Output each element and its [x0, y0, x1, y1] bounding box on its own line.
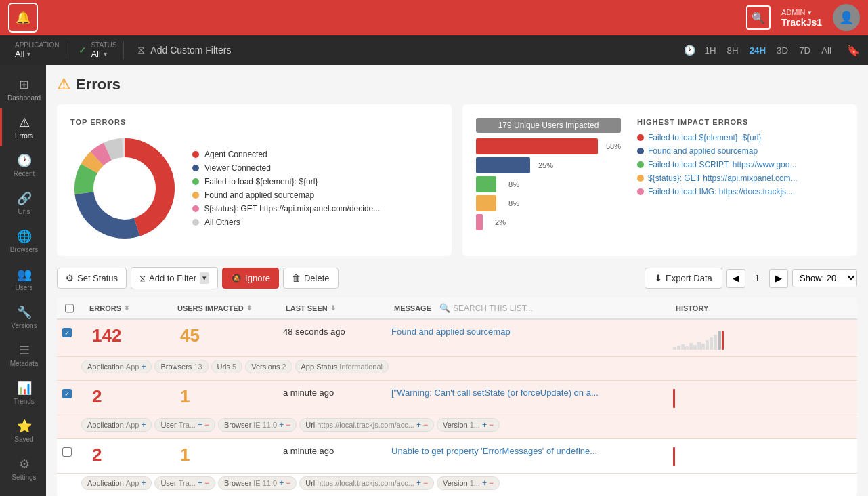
sidebar-item-recent[interactable]: 🕐 Recent: [0, 146, 46, 184]
time-7d[interactable]: 7D: [795, 43, 815, 58]
highest-dot: [637, 188, 644, 195]
users-count: 1: [175, 446, 272, 463]
tag-remove[interactable]: −: [204, 420, 209, 430]
sidebar-item-errors[interactable]: ⚠ Errors: [0, 108, 46, 146]
tag-remove[interactable]: −: [423, 420, 428, 430]
application-filter[interactable]: APPLICATION All ▾: [8, 41, 66, 59]
row-checkbox[interactable]: ✓: [62, 328, 72, 337]
highest-item[interactable]: ${status}: GET https://api.mixpanel.com.…: [637, 173, 844, 183]
search-message-icon[interactable]: 🔍: [439, 303, 450, 313]
sidebar-item-label: Users: [15, 284, 32, 291]
tag-remove[interactable]: −: [204, 478, 209, 488]
application-value[interactable]: All ▾: [15, 49, 59, 59]
highest-item[interactable]: Failed to load SCRIPT: https://www.goo..…: [637, 160, 844, 169]
sidebar-item-saved[interactable]: ⭐ Saved: [0, 412, 46, 450]
tag-add[interactable]: +: [198, 420, 202, 430]
tag-add[interactable]: +: [416, 420, 421, 430]
main-layout: ⊞ Dashboard ⚠ Errors 🕐 Recent 🔗 Urls 🌐 B…: [0, 65, 868, 496]
legend-item[interactable]: Viewer Connected: [192, 163, 380, 173]
tag-remove[interactable]: −: [286, 420, 290, 430]
sidebar-item-browsers[interactable]: 🌐 Browsers: [0, 222, 46, 260]
mini-bar-red: [722, 331, 724, 350]
top-errors-card: TOP ERRORS: [57, 104, 452, 256]
ignore-button[interactable]: 🔕 Ignore: [222, 268, 279, 289]
tag-add[interactable]: +: [279, 420, 284, 430]
sort-lastseen-icon[interactable]: ⬇: [330, 304, 336, 312]
error-message-link[interactable]: ["Warning: Can't call setState (or force…: [391, 388, 599, 398]
tag-add[interactable]: +: [141, 362, 146, 371]
prev-page-button[interactable]: ◀: [726, 269, 745, 288]
mini-bar: [673, 347, 676, 350]
sidebar-item-urls[interactable]: 🔗 Urls: [0, 184, 46, 222]
highest-impact-section: HIGHEST IMPACT ERRORS Failed to load ${e…: [637, 118, 844, 243]
status-value[interactable]: All ▾: [91, 49, 116, 59]
sidebar-item-label: Browsers: [10, 246, 39, 253]
sort-errors-icon[interactable]: ⬍: [124, 304, 129, 312]
tag-add[interactable]: +: [482, 478, 487, 488]
sidebar-item-users[interactable]: 👥 Users: [0, 260, 46, 298]
error-message-link[interactable]: Unable to get property 'ErrorMessages' o…: [391, 446, 597, 456]
time-3d[interactable]: 3D: [773, 43, 792, 58]
tag-add[interactable]: +: [198, 478, 202, 488]
impact-pct: 8%: [499, 199, 519, 207]
search-button[interactable]: 🔍: [746, 5, 771, 30]
delete-button[interactable]: 🗑 Delete: [283, 268, 339, 289]
sidebar: ⊞ Dashboard ⚠ Errors 🕐 Recent 🔗 Urls 🌐 B…: [0, 65, 46, 496]
time-all[interactable]: All: [817, 43, 836, 58]
legend-item[interactable]: Agent Connected: [192, 150, 380, 159]
legend-item[interactable]: Found and applied sourcemap: [192, 190, 380, 200]
tag-remove[interactable]: −: [423, 478, 428, 488]
highest-dot: [637, 175, 644, 182]
sort-users-icon[interactable]: ⬍: [246, 304, 252, 312]
impact-bar: [476, 195, 496, 211]
row-checkbox[interactable]: ✓: [62, 389, 72, 398]
legend-item[interactable]: Failed to load ${element}: ${url}: [192, 177, 380, 186]
time-24h[interactable]: 24H: [745, 43, 770, 58]
sidebar-item-metadata[interactable]: ☰ Metadata: [0, 336, 46, 374]
tag-add[interactable]: +: [482, 420, 487, 430]
highest-item[interactable]: Found and applied sourcemap: [637, 146, 844, 156]
legend-item[interactable]: ${status}: GET https://api.mixpanel.com/…: [192, 204, 380, 213]
tag-add[interactable]: +: [416, 478, 421, 488]
sidebar-item-settings[interactable]: ⚙ Settings: [0, 450, 46, 488]
highest-item[interactable]: Failed to load ${element}: ${url}: [637, 133, 844, 142]
add-to-filter-button[interactable]: ⧖ Add to Filter ▾: [131, 267, 218, 289]
time-1h[interactable]: 1H: [701, 43, 720, 58]
tag: BrowserIE 11.0+−: [218, 476, 297, 490]
set-status-button[interactable]: ⚙ Set Status: [57, 268, 127, 289]
row-checkbox[interactable]: [62, 447, 72, 457]
sidebar-item-label: Metadata: [10, 360, 39, 367]
tag-remove[interactable]: −: [489, 420, 494, 430]
sidebar-item-trends[interactable]: 📊 Trends: [0, 374, 46, 412]
users-count-cell: 1: [169, 446, 278, 463]
sidebar-item-versions[interactable]: 🔧 Versions: [0, 298, 46, 336]
mini-bar: [710, 337, 713, 350]
filter-bar: APPLICATION All ▾ ✓ STATUS All ▾ ⧖ Add C…: [0, 35, 868, 65]
sidebar-item-label: Recent: [14, 170, 35, 178]
sidebar-item-label: Trends: [14, 398, 35, 405]
add-custom-filters-button[interactable]: ⧖ Add Custom Filters: [129, 44, 678, 56]
users-count: 1: [175, 388, 272, 405]
tag-add[interactable]: +: [141, 478, 146, 488]
tag-remove[interactable]: −: [286, 478, 290, 488]
time-8h[interactable]: 8H: [723, 43, 743, 58]
highest-item[interactable]: Failed to load IMG: https://docs.trackjs…: [637, 187, 844, 197]
impact-chart-section: 179 Unique Users Impacted 58% 25% 8%: [476, 118, 621, 243]
sidebar-item-dashboard[interactable]: ⊞ Dashboard: [0, 70, 46, 108]
legend-item[interactable]: All Others: [192, 218, 380, 227]
next-page-button[interactable]: ▶: [769, 269, 788, 288]
bookmark-button[interactable]: 🔖: [846, 44, 860, 57]
search-placeholder[interactable]: Search this list...: [453, 304, 533, 313]
export-button[interactable]: ⬇ Export Data: [645, 268, 722, 289]
show-count-select[interactable]: Show: 20 Show: 50 Show: 100: [792, 269, 857, 287]
tag-add[interactable]: +: [141, 420, 146, 430]
tag-add[interactable]: +: [279, 478, 284, 488]
download-icon: ⬇: [655, 273, 662, 283]
select-all-checkbox[interactable]: [65, 304, 74, 313]
error-message-link[interactable]: Found and applied sourcemap: [391, 327, 511, 337]
impact-card: 179 Unique Users Impacted 58% 25% 8%: [462, 104, 857, 256]
avatar[interactable]: 👤: [833, 4, 860, 31]
status-filter[interactable]: ✓ STATUS All ▾: [72, 41, 124, 59]
filter-dropdown-arrow[interactable]: ▾: [200, 272, 209, 284]
tag-remove[interactable]: −: [489, 478, 494, 488]
